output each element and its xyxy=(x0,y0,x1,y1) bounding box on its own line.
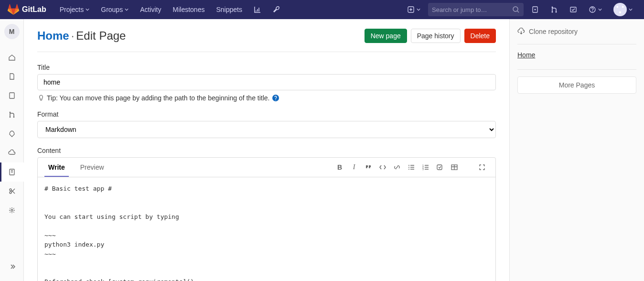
svg-point-22 xyxy=(408,169,409,170)
nav-activity[interactable]: Activity xyxy=(134,1,167,18)
table-icon xyxy=(451,163,458,171)
delete-button[interactable]: Delete xyxy=(464,29,496,43)
italic-button[interactable]: I xyxy=(350,163,358,171)
sidebar-cicd[interactable] xyxy=(0,124,24,143)
sidebar-collapse[interactable] xyxy=(0,257,24,276)
nav-groups[interactable]: Groups xyxy=(95,1,134,18)
svg-point-12 xyxy=(9,117,11,118)
title-group: Title Tip: You can move this page by add… xyxy=(37,64,496,102)
chevron-down-icon xyxy=(598,8,602,11)
editor-box: Write Preview B I 123 xyxy=(37,157,496,281)
title-tip: Tip: You can move this page by adding th… xyxy=(37,94,496,102)
topbar: GitLab Projects Groups Activity Mileston… xyxy=(0,0,644,19)
book-icon xyxy=(8,168,16,176)
chart-icon xyxy=(254,6,261,13)
user-menu[interactable] xyxy=(610,0,636,19)
code-button[interactable] xyxy=(379,163,386,171)
wiki-home-link[interactable]: Home xyxy=(517,51,636,59)
svg-point-15 xyxy=(10,189,11,191)
content-textarea[interactable] xyxy=(38,177,495,281)
plus-menu[interactable] xyxy=(403,3,424,16)
topbar-nav: Projects Groups Activity Milestones Snip… xyxy=(54,1,286,18)
list-ol-icon: 123 xyxy=(422,163,429,171)
chevron-down-icon xyxy=(417,8,420,11)
svg-point-11 xyxy=(9,112,11,113)
ol-button[interactable]: 123 xyxy=(422,163,429,171)
merge-icon xyxy=(8,111,16,119)
new-page-button[interactable]: New page xyxy=(365,29,407,43)
svg-point-16 xyxy=(10,192,11,194)
clone-repository-link[interactable]: Clone repository xyxy=(517,28,636,35)
quote-button[interactable] xyxy=(365,163,372,171)
bulb-icon xyxy=(37,94,45,102)
link-button[interactable] xyxy=(393,163,401,171)
page-subtitle: Edit Page xyxy=(76,29,126,42)
page-header: Home·Edit Page New page Page history Del… xyxy=(37,29,496,52)
nav-admin[interactable] xyxy=(267,1,286,18)
svg-point-6 xyxy=(556,11,557,13)
merge-icon xyxy=(550,6,558,13)
merge-requests-shortcut[interactable] xyxy=(547,3,562,16)
svg-rect-26 xyxy=(437,165,442,170)
svg-point-5 xyxy=(552,11,553,13)
plus-icon xyxy=(407,6,415,13)
fullscreen-icon xyxy=(478,163,486,171)
sidebar-issues[interactable] xyxy=(0,86,24,105)
sidebar-left: M xyxy=(0,19,24,281)
chevron-down-icon xyxy=(125,8,129,11)
format-label: Format xyxy=(37,110,496,118)
home-icon xyxy=(8,54,16,61)
table-button[interactable] xyxy=(451,163,458,171)
page-actions: New page Page history Delete xyxy=(365,29,496,43)
gear-icon xyxy=(8,206,16,214)
collapse-icon xyxy=(8,263,16,270)
home-link[interactable]: Home xyxy=(37,29,69,42)
more-pages-button[interactable]: More Pages xyxy=(517,76,636,94)
ul-button[interactable] xyxy=(408,163,415,171)
svg-rect-10 xyxy=(10,93,14,98)
sidebar-repository[interactable] xyxy=(0,67,24,86)
format-select[interactable]: Markdown xyxy=(37,121,496,138)
editor-toolbar: B I 123 xyxy=(336,163,489,171)
sidebar-settings[interactable] xyxy=(0,201,24,220)
sidebar-right: Clone repository Home More Pages xyxy=(509,19,644,281)
nav-analytics[interactable] xyxy=(248,1,267,18)
list-ul-icon xyxy=(408,163,415,171)
content-group: Content Write Preview B I 123 xyxy=(37,147,496,281)
sidebar-operations[interactable] xyxy=(0,143,24,162)
sidebar-snippets[interactable] xyxy=(0,182,24,201)
sidebar-overview[interactable] xyxy=(0,48,24,67)
cloud-icon xyxy=(8,149,16,157)
search-box[interactable] xyxy=(428,3,524,16)
search-input[interactable] xyxy=(432,6,512,13)
issues-icon xyxy=(8,92,16,99)
nav-projects[interactable]: Projects xyxy=(54,1,96,18)
todo-icon xyxy=(569,6,577,13)
nav-milestones[interactable]: Milestones xyxy=(167,1,211,18)
gitlab-logo[interactable]: GitLab xyxy=(8,4,46,15)
project-badge[interactable]: M xyxy=(4,24,20,39)
help-icon[interactable] xyxy=(272,94,279,102)
title-label: Title xyxy=(37,64,496,71)
issues-shortcut[interactable] xyxy=(527,3,543,16)
chevron-down-icon xyxy=(86,8,89,11)
fullscreen-button[interactable] xyxy=(478,163,486,171)
page-history-button[interactable]: Page history xyxy=(411,29,461,43)
sidebar-merge[interactable] xyxy=(0,105,24,124)
editor-tabs: Write Preview B I 123 xyxy=(38,158,495,177)
preview-tab[interactable]: Preview xyxy=(76,158,108,177)
nav-snippets[interactable]: Snippets xyxy=(210,1,247,18)
title-input[interactable] xyxy=(37,74,496,90)
gitlab-icon xyxy=(8,4,19,15)
task-icon xyxy=(436,163,444,171)
svg-point-20 xyxy=(408,165,409,166)
write-tab[interactable]: Write xyxy=(44,158,69,177)
bold-button[interactable]: B xyxy=(336,163,343,171)
svg-point-17 xyxy=(11,209,13,211)
help-menu[interactable] xyxy=(585,3,606,16)
sidebar-wiki[interactable] xyxy=(0,162,24,182)
task-button[interactable] xyxy=(436,163,444,171)
svg-point-1 xyxy=(513,7,518,11)
todos-shortcut[interactable] xyxy=(566,3,581,16)
cloud-download-icon xyxy=(517,28,525,35)
